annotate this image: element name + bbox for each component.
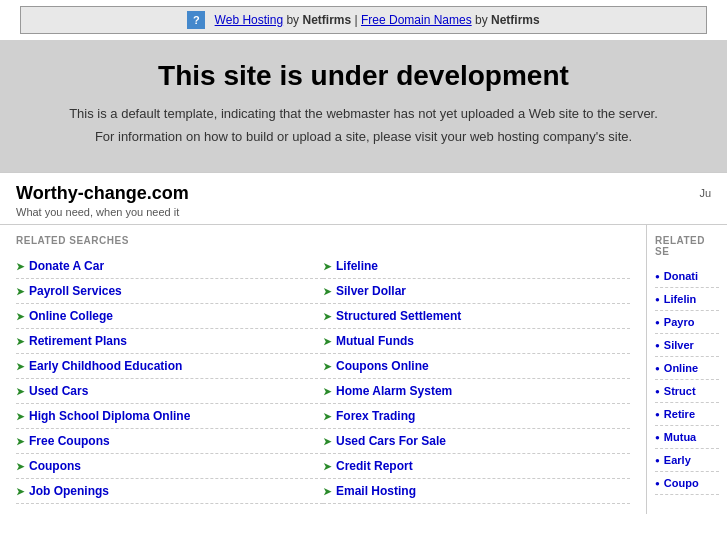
list-item: ➤ Job Openings (16, 479, 323, 504)
link-used-cars[interactable]: Used Cars (29, 384, 88, 398)
main-content: Worthy-change.com What you need, when yo… (0, 172, 727, 514)
list-item: ● Online (655, 357, 719, 380)
partial-link-4[interactable]: Silver (664, 339, 694, 351)
brand1-text: Netfirms (302, 13, 351, 27)
partial-link-8[interactable]: Mutua (664, 431, 696, 443)
list-item: ➤ Payroll Services (16, 279, 323, 304)
partial-link-10[interactable]: Coupo (664, 477, 699, 489)
partial-link-6[interactable]: Struct (664, 385, 696, 397)
arrow-icon: ➤ (323, 311, 331, 322)
bullet-icon: ● (655, 364, 660, 373)
arrow-icon: ➤ (323, 436, 331, 447)
list-item: ➤ Free Coupons (16, 429, 323, 454)
related-searches-label: RELATED SEARCHES (16, 235, 630, 246)
by-text-1: by (286, 13, 302, 27)
link-forex-trading[interactable]: Forex Trading (336, 409, 415, 423)
arrow-icon: ➤ (16, 336, 24, 347)
list-item: ➤ Email Hosting (323, 479, 630, 504)
arrow-icon: ➤ (16, 386, 24, 397)
arrow-icon: ➤ (323, 486, 331, 497)
list-item: ● Retire (655, 403, 719, 426)
arrow-icon: ➤ (323, 386, 331, 397)
partial-link-5[interactable]: Online (664, 362, 698, 374)
site-info: Worthy-change.com What you need, when yo… (16, 183, 189, 218)
link-retirement-plans[interactable]: Retirement Plans (29, 334, 127, 348)
bullet-icon: ● (655, 387, 660, 396)
under-dev-section: This site is under development This is a… (0, 40, 727, 172)
link-structured-settlement[interactable]: Structured Settlement (336, 309, 461, 323)
list-item: ➤ Used Cars For Sale (323, 429, 630, 454)
list-item: ● Payro (655, 311, 719, 334)
left-col: RELATED SEARCHES ➤ Donate A Car ➤ Payrol… (0, 225, 647, 514)
list-item: ➤ Credit Report (323, 454, 630, 479)
top-banner: ? Web Hosting by Netfirms | Free Domain … (20, 6, 707, 34)
bullet-icon: ● (655, 272, 660, 281)
under-dev-para2: For information on how to build or uploa… (20, 129, 707, 144)
link-lifeline[interactable]: Lifeline (336, 259, 378, 273)
list-item: ● Donati (655, 265, 719, 288)
list-item: ➤ Structured Settlement (323, 304, 630, 329)
arrow-icon: ➤ (16, 286, 24, 297)
link-free-coupons[interactable]: Free Coupons (29, 434, 110, 448)
list-item: ➤ Forex Trading (323, 404, 630, 429)
arrow-icon: ➤ (16, 436, 24, 447)
link-coupons-online[interactable]: Coupons Online (336, 359, 429, 373)
list-item: ➤ Early Childhood Education (16, 354, 323, 379)
partial-link-3[interactable]: Payro (664, 316, 695, 328)
date-text: Ju (699, 187, 711, 199)
bullet-icon: ● (655, 433, 660, 442)
arrow-icon: ➤ (16, 486, 24, 497)
list-item: ➤ Coupons (16, 454, 323, 479)
link-early-childhood[interactable]: Early Childhood Education (29, 359, 182, 373)
link-mutual-funds[interactable]: Mutual Funds (336, 334, 414, 348)
arrow-icon: ➤ (16, 311, 24, 322)
list-item: ➤ High School Diploma Online (16, 404, 323, 429)
link-silver-dollar[interactable]: Silver Dollar (336, 284, 406, 298)
bullet-icon: ● (655, 318, 660, 327)
partial-link-1[interactable]: Donati (664, 270, 698, 282)
partial-link-2[interactable]: Lifelin (664, 293, 696, 305)
by-text-2: by (475, 13, 491, 27)
link-home-alarm[interactable]: Home Alarm System (336, 384, 452, 398)
arrow-icon: ➤ (323, 361, 331, 372)
arrow-icon: ➤ (323, 261, 331, 272)
list-item: ➤ Used Cars (16, 379, 323, 404)
list-item: ➤ Lifeline (323, 254, 630, 279)
list-item: ➤ Retirement Plans (16, 329, 323, 354)
link-payroll-services[interactable]: Payroll Services (29, 284, 122, 298)
link-donate-car[interactable]: Donate A Car (29, 259, 104, 273)
link-coupons[interactable]: Coupons (29, 459, 81, 473)
link-job-openings[interactable]: Job Openings (29, 484, 109, 498)
list-item: ➤ Home Alarm System (323, 379, 630, 404)
free-domain-link[interactable]: Free Domain Names (361, 13, 472, 27)
arrow-icon: ➤ (16, 261, 24, 272)
partial-link-7[interactable]: Retire (664, 408, 695, 420)
arrow-icon: ➤ (16, 361, 24, 372)
arrow-icon: ➤ (323, 286, 331, 297)
site-tagline: What you need, when you need it (16, 206, 189, 218)
link-online-college[interactable]: Online College (29, 309, 113, 323)
arrow-icon: ➤ (16, 411, 24, 422)
link-high-school-diploma[interactable]: High School Diploma Online (29, 409, 190, 423)
right-col: RELATED SE ● Donati ● Lifelin ● Payro ● … (647, 225, 727, 514)
arrow-icon: ➤ (323, 411, 331, 422)
right-links-col: ➤ Lifeline ➤ Silver Dollar ➤ Structured … (323, 254, 630, 504)
link-email-hosting[interactable]: Email Hosting (336, 484, 416, 498)
left-links-col: ➤ Donate A Car ➤ Payroll Services ➤ Onli… (16, 254, 323, 504)
bullet-icon: ● (655, 456, 660, 465)
content-area: RELATED SEARCHES ➤ Donate A Car ➤ Payrol… (0, 225, 727, 514)
list-item: ● Lifelin (655, 288, 719, 311)
list-item: ➤ Donate A Car (16, 254, 323, 279)
under-dev-heading: This site is under development (20, 60, 707, 92)
list-item: ➤ Online College (16, 304, 323, 329)
link-used-cars-for-sale[interactable]: Used Cars For Sale (336, 434, 446, 448)
arrow-icon: ➤ (323, 461, 331, 472)
partial-link-9[interactable]: Early (664, 454, 691, 466)
link-credit-report[interactable]: Credit Report (336, 459, 413, 473)
list-item: ● Silver (655, 334, 719, 357)
list-item: ➤ Coupons Online (323, 354, 630, 379)
site-title: Worthy-change.com (16, 183, 189, 204)
list-item: ● Coupo (655, 472, 719, 495)
web-hosting-link[interactable]: Web Hosting (215, 13, 283, 27)
list-item: ● Early (655, 449, 719, 472)
